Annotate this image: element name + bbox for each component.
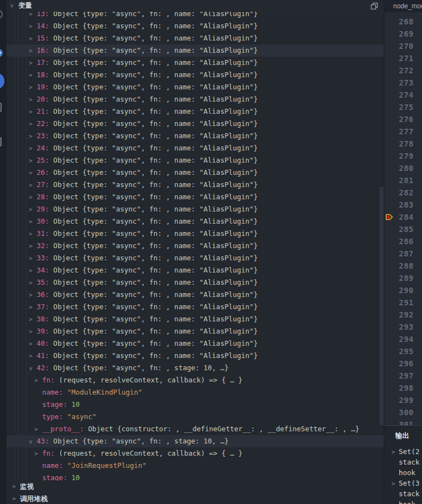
output-entry[interactable]: hook (384, 467, 422, 478)
variable-row[interactable]: >37: Object {type: "async", fn: , name: … (7, 301, 384, 313)
variable-row[interactable]: >27: Object {type: "async", fn: , name: … (7, 179, 384, 191)
editor-line[interactable]: 278 (384, 138, 422, 150)
chevron-right-icon[interactable]: > (29, 81, 33, 94)
square-outline-icon[interactable] (0, 103, 2, 112)
variable-row[interactable]: >20: Object {type: "async", fn: , name: … (7, 93, 384, 105)
editor-line[interactable]: 276 (384, 113, 422, 125)
variable-row[interactable]: >30: Object {type: "async", fn: , name: … (7, 215, 384, 228)
callstack-section-header[interactable]: > 调用堆栈 (7, 493, 384, 504)
chevron-right-icon[interactable]: > (29, 32, 33, 45)
chevron-right-icon[interactable]: > (29, 69, 33, 82)
variable-row[interactable]: >35: Object {type: "async", fn: , name: … (7, 276, 384, 289)
editor-line[interactable]: 280 (384, 162, 422, 174)
chevron-right-icon[interactable]: > (29, 191, 33, 204)
editor-line[interactable]: 270 (384, 40, 422, 52)
variable-row[interactable]: >23: Object {type: "async", fn: , name: … (7, 130, 384, 142)
editor-line[interactable]: 300 (384, 406, 422, 419)
editor-line[interactable]: 275 (384, 101, 422, 113)
chevron-right-icon[interactable]: > (29, 252, 33, 265)
editor-line[interactable]: 272 (384, 64, 422, 77)
editor-line[interactable]: 288 (384, 260, 422, 272)
chevron-right-icon[interactable]: > (29, 276, 33, 289)
editor-line[interactable]: 285 (384, 223, 422, 235)
variable-row[interactable]: >39: Object {type: "async", fn: , name: … (7, 325, 384, 337)
variable-row[interactable]: >43: Object {type: "async", fn: , stage:… (7, 435, 384, 447)
chevron-right-icon[interactable]: > (29, 130, 33, 143)
chevron-right-icon[interactable]: > (29, 313, 33, 326)
editor-code-area[interactable]: 2672682692702712722732742752762772782792… (384, 12, 422, 425)
variable-child-row[interactable]: type: "async" (7, 411, 384, 423)
editor-line[interactable]: 281 (384, 174, 422, 187)
editor-line[interactable]: 271 (384, 52, 422, 64)
output-entry[interactable]: stack (384, 488, 422, 499)
chevron-right-icon[interactable]: > (29, 228, 33, 240)
chevron-right-icon[interactable]: > (29, 105, 33, 118)
variable-row[interactable]: >13: Object {type: "async", fn: , name: … (7, 12, 384, 20)
chevron-down-icon[interactable]: > (10, 0, 14, 12)
variable-child-row[interactable]: stage: 10 (7, 472, 384, 481)
variable-row[interactable]: >32: Object {type: "async", fn: , name: … (7, 240, 384, 252)
chevron-right-icon[interactable]: > (29, 264, 33, 277)
watch-section-header[interactable]: > 监视 (7, 481, 384, 493)
chevron-right-icon[interactable]: > (29, 44, 33, 57)
chevron-right-icon[interactable]: > (29, 93, 33, 106)
editor-line[interactable]: 292 (384, 309, 422, 321)
output-entry[interactable]: >Set(3 (384, 478, 422, 488)
variable-row[interactable]: >38: Object {type: "async", fn: , name: … (7, 313, 384, 325)
output-entry[interactable]: >Set(2 (384, 446, 422, 457)
chevron-right-icon[interactable]: > (29, 179, 33, 191)
debugger-circle-icon[interactable] (0, 73, 4, 89)
variable-row[interactable]: >41: Object {type: "async", fn: , name: … (7, 350, 384, 362)
chevron-right-icon[interactable]: > (29, 215, 33, 228)
editor-line[interactable]: 283 (384, 199, 422, 211)
editor-line[interactable]: 268 (384, 16, 422, 28)
chevron-right-icon[interactable]: > (29, 167, 33, 179)
chevron-right-icon[interactable]: > (29, 325, 33, 338)
editor-line[interactable]: 298 (384, 382, 422, 394)
variable-row[interactable]: >22: Object {type: "async", fn: , name: … (7, 118, 384, 130)
variable-row[interactable]: >24: Object {type: "async", fn: , name: … (7, 142, 384, 154)
variable-child-row[interactable]: name: "ModuleKindPlugin" (7, 386, 384, 399)
variable-row[interactable]: >14: Object {type: "async", fn: , name: … (7, 20, 384, 32)
editor-line[interactable]: 291 (384, 296, 422, 309)
variable-row[interactable]: >36: Object {type: "async", fn: , name: … (7, 289, 384, 301)
chevron-right-icon[interactable]: > (392, 446, 395, 457)
square-outline-icon[interactable] (0, 137, 2, 147)
variables-tree[interactable]: >13: Object {type: "async", fn: , name: … (7, 12, 384, 481)
chevron-right-icon[interactable]: > (29, 20, 33, 33)
variable-row[interactable]: >16: Object {type: "async", fn: , name: … (7, 44, 384, 57)
editor-line[interactable]: 295 (384, 345, 422, 357)
editor-line[interactable]: 279 (384, 150, 422, 162)
chevron-right-icon[interactable]: > (29, 240, 33, 253)
variable-row[interactable]: >33: Object {type: "async", fn: , name: … (7, 252, 384, 264)
editor-line[interactable]: 277 (384, 125, 422, 138)
chevron-right-icon[interactable]: > (29, 203, 33, 216)
chevron-down-icon[interactable]: > (29, 435, 33, 448)
variable-row[interactable]: >18: Object {type: "async", fn: , name: … (7, 69, 384, 81)
variable-row[interactable]: >34: Object {type: "async", fn: , name: … (7, 264, 384, 276)
chevron-down-icon[interactable]: > (29, 362, 33, 375)
editor-line[interactable]: 287 (384, 248, 422, 260)
editor-line[interactable]: 286 (384, 235, 422, 248)
chevron-right-icon[interactable]: > (29, 118, 33, 130)
chevron-right-icon[interactable]: > (29, 301, 33, 314)
variable-row[interactable]: >29: Object {type: "async", fn: , name: … (7, 203, 384, 215)
variables-section-header[interactable]: > 变量 (7, 0, 384, 12)
editor-line[interactable]: 301 (384, 419, 422, 425)
circle-icon[interactable] (0, 10, 3, 19)
variable-row[interactable]: >28: Object {type: "async", fn: , name: … (7, 191, 384, 203)
variable-row[interactable]: >31: Object {type: "async", fn: , name: … (7, 228, 384, 240)
variable-row[interactable]: >40: Object {type: "async", fn: , name: … (7, 337, 384, 350)
editor-tab-title[interactable]: node_modules (393, 0, 422, 12)
chevron-right-icon[interactable]: > (29, 12, 33, 21)
editor-line[interactable]: 269 (384, 28, 422, 40)
variable-child-row[interactable]: >fn: (request, resolveContext, callback)… (7, 447, 384, 460)
chevron-right-icon[interactable]: > (34, 374, 38, 387)
variable-child-row[interactable]: >__proto__: Object {constructor: , __def… (7, 423, 384, 435)
output-entry[interactable]: stack (384, 457, 422, 467)
editor-line[interactable]: 284 (384, 211, 422, 223)
variable-row[interactable]: >26: Object {type: "async", fn: , name: … (7, 167, 384, 179)
variable-child-row[interactable]: >fn: (request, resolveContext, callback)… (7, 374, 384, 386)
variable-row[interactable]: >19: Object {type: "async", fn: , name: … (7, 81, 384, 93)
chevron-right-icon[interactable]: > (29, 289, 33, 301)
